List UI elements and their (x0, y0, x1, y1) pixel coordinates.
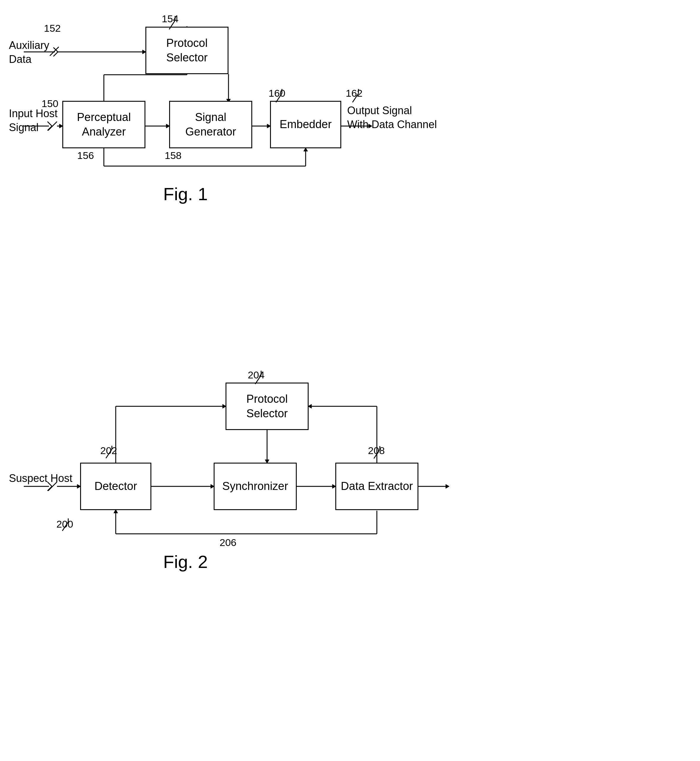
synchronizer-box: Synchronizer (214, 463, 297, 510)
data-extractor-box: Data Extractor (335, 463, 419, 510)
ref204-leader (243, 368, 267, 385)
svg-line-1 (53, 47, 58, 52)
svg-line-2 (53, 52, 58, 56)
embedder-box: Embedder (270, 101, 341, 148)
svg-line-54 (276, 94, 282, 102)
ref-152: 152 (44, 23, 61, 34)
diagram-container: ProtocolSelector PerceptualAnalyzer Sign… (0, 0, 700, 761)
svg-line-56 (353, 94, 358, 102)
fig1-caption: Fig. 1 (163, 184, 208, 204)
auxiliary-data-label: AuxiliaryData (9, 39, 49, 66)
ref162-leader (341, 86, 364, 104)
ref-158: 158 (165, 150, 181, 161)
protocol-selector-box-1: ProtocolSelector (145, 27, 228, 74)
fig2-caption: Fig. 2 (163, 552, 208, 572)
perceptual-analyzer-box: PerceptualAnalyzer (62, 101, 145, 148)
protocol-selector-box-2: ProtocolSelector (225, 382, 309, 430)
svg-line-30 (47, 487, 52, 491)
ref202-leader (95, 443, 116, 460)
svg-line-64 (374, 450, 380, 458)
svg-line-3 (50, 47, 59, 56)
svg-line-60 (106, 449, 112, 458)
suspect-host-label: Suspect Host (9, 471, 72, 485)
detector-box: Detector (80, 463, 152, 510)
ref200-leader (52, 516, 73, 532)
svg-line-58 (255, 375, 261, 384)
signal-generator-box: SignalGenerator (169, 101, 252, 148)
ref154-leader (157, 13, 181, 31)
svg-line-62 (62, 522, 68, 531)
ref160-leader (264, 86, 288, 104)
svg-marker-47 (446, 484, 449, 488)
output-signal-label: Output SignalWith Data Channel (347, 104, 437, 132)
svg-line-52 (169, 20, 175, 30)
ref208-leader (364, 444, 384, 460)
ref-156: 156 (77, 150, 94, 161)
input-host-signal-label: Input HostSignal (9, 107, 58, 135)
ref-206: 206 (220, 537, 236, 548)
